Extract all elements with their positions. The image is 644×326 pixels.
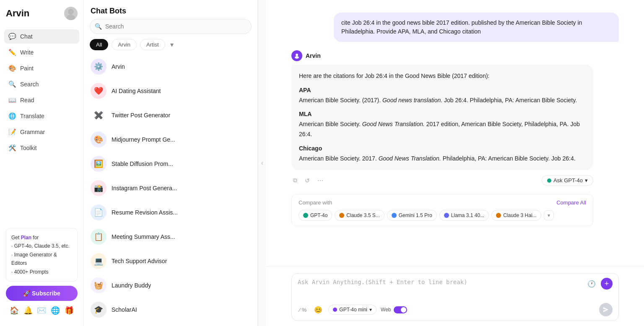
response-intro: Here are the citations for Job 26:4 in t…	[299, 71, 586, 81]
list-item[interactable]: 🖼️ Stable Diffusion Prom...	[87, 152, 254, 176]
model-chip[interactable]: GPT-4o	[299, 210, 332, 221]
search-input[interactable]	[90, 19, 252, 34]
grammar-icon: 📝	[8, 128, 16, 136]
notification-icon[interactable]: 🔔	[23, 306, 33, 315]
bot-avatar: 📋	[91, 229, 106, 245]
filter-artist[interactable]: Artist	[140, 39, 165, 50]
add-icon-button[interactable]: +	[601, 278, 613, 290]
app-header: Arvin	[4, 7, 79, 20]
mla-section: MLA American Bible Society. Good News Tr…	[299, 109, 586, 139]
send-button[interactable]	[599, 303, 613, 316]
sidebar-item-read[interactable]: 📖 Read	[4, 93, 79, 107]
filter-more-button[interactable]: ▾	[169, 41, 175, 49]
user-message: cite Job 26:4 in the good news bible 201…	[334, 13, 619, 42]
more-button[interactable]: ⋯	[316, 176, 325, 185]
upgrade-text: Get Plan for	[11, 233, 72, 242]
bot-list: ⚙️ Arvin ❤️ AI Dating Assistant ✖️ Twitt…	[84, 54, 257, 326]
svg-point-1	[67, 15, 75, 20]
chat-input[interactable]	[298, 278, 582, 299]
sidebar-item-read-label: Read	[20, 97, 34, 103]
list-item[interactable]: ✖️ Twitter Post Generator	[87, 103, 254, 127]
assistant-name: Arvin	[306, 52, 321, 59]
compare-all-link[interactable]: Compare All	[556, 199, 586, 206]
list-item[interactable]: 🎨 Midjourney Prompt Ge...	[87, 127, 254, 152]
input-bottom-bar: ⁄ % 😊 GPT-4o mini ▾ Web	[298, 303, 613, 316]
chrome-icon[interactable]: 🌐	[51, 306, 60, 315]
chicago-section: Chicago American Bible Society. 2017. Go…	[299, 144, 586, 164]
bot-avatar: ✖️	[91, 107, 106, 123]
list-item[interactable]: 📸 Instagram Post Genera...	[87, 176, 254, 200]
compare-models: GPT-4oClaude 3.5 S...Gemini 1.5 ProLlama…	[299, 210, 586, 221]
compare-collapse-button[interactable]: ▾	[544, 210, 554, 220]
refresh-button[interactable]: ↺	[303, 176, 312, 185]
sidebar-item-grammar[interactable]: 📝 Grammar	[4, 125, 79, 139]
search-box: 🔍	[90, 19, 252, 34]
apa-section: APA American Bible Society. (2017). Good…	[299, 85, 586, 106]
app-title: Arvin	[6, 8, 29, 19]
upgrade-line2: · Image Generator & Editors	[11, 251, 72, 268]
bot-avatar: 📄	[91, 204, 106, 220]
avatar[interactable]	[64, 7, 78, 20]
svg-point-3	[295, 56, 299, 59]
main-chat: cite Job 26:4 in the good news bible 201…	[266, 0, 644, 326]
upgrade-line3: · 4000+ Prompts	[11, 268, 72, 276]
emoji-icon-button[interactable]: 😊	[312, 304, 324, 316]
collapse-handle[interactable]: ‹	[258, 0, 266, 326]
model-chip[interactable]: Claude 3 Hai...	[491, 210, 541, 221]
assistant-header: Arvin	[291, 50, 593, 61]
left-sidebar: Arvin 💬 Chat ✏️ Write 🎨 Paint 🔍 Search 📖…	[0, 0, 84, 326]
list-item[interactable]: 📄 Resume Revision Assis...	[87, 200, 254, 225]
upgrade-box: Get Plan for · GPT-4o, Claude 3.5, etc. …	[6, 228, 78, 282]
list-item[interactable]: 🧠 TherapistGPT	[87, 322, 254, 326]
model-chip[interactable]: Gemini 1.5 Pro	[387, 210, 437, 221]
gift-icon[interactable]: 🎁	[65, 306, 74, 315]
sidebar-item-chat[interactable]: 💬 Chat	[4, 29, 79, 44]
sidebar-item-search[interactable]: 🔍 Search	[4, 77, 79, 91]
sidebar-item-translate[interactable]: 🌐 Translate	[4, 109, 79, 123]
filter-all[interactable]: All	[90, 39, 108, 50]
slash-icon-button[interactable]: ⁄ %	[298, 305, 308, 315]
bot-avatar: 🧺	[91, 277, 106, 293]
copy-button[interactable]: ⧉	[291, 176, 299, 185]
bot-name: Arvin	[112, 63, 125, 70]
history-icon-button[interactable]: 🕐	[586, 278, 597, 290]
middle-panel-title: Chat Bots	[84, 0, 257, 19]
search-icon: 🔍	[95, 23, 102, 30]
mail-icon[interactable]: ✉️	[37, 306, 46, 315]
list-item[interactable]: ❤️ AI Dating Assistant	[87, 79, 254, 103]
ask-gpt-button[interactable]: Ask GPT-4o ▾	[542, 175, 593, 186]
bot-name: ScholarAI	[112, 306, 137, 313]
sidebar-item-toolkit-label: Toolkit	[20, 145, 37, 151]
bot-name: Stable Diffusion Prom...	[112, 160, 173, 167]
bot-avatar: ❤️	[91, 83, 106, 99]
sidebar-item-paint[interactable]: 🎨 Paint	[4, 61, 79, 75]
sidebar-item-write[interactable]: ✏️ Write	[4, 45, 79, 60]
bot-name: Instagram Post Genera...	[112, 185, 177, 191]
model-chip[interactable]: Claude 3.5 S...	[335, 210, 384, 221]
compare-header: Compare with Compare All	[299, 199, 586, 206]
list-item[interactable]: 💻 Tech Support Advisor	[87, 249, 254, 273]
model-selector[interactable]: GPT-4o mini ▾	[328, 305, 377, 315]
toggle-track[interactable]	[394, 306, 407, 313]
sidebar-item-grammar-label: Grammar	[20, 129, 45, 135]
toggle-thumb	[401, 307, 406, 313]
sidebar-item-search-label: Search	[20, 81, 39, 88]
list-item[interactable]: 📋 Meeting Summary Ass...	[87, 225, 254, 249]
list-item[interactable]: 🧺 Laundry Buddy	[87, 273, 254, 298]
home-icon[interactable]: 🏠	[10, 306, 19, 315]
bot-name: Tech Support Advisor	[112, 258, 167, 264]
filter-arvin[interactable]: Arvin	[112, 39, 137, 50]
subscribe-button[interactable]: 🚀 Subscribe	[6, 286, 78, 301]
sidebar-item-toolkit[interactable]: 🛠️ Toolkit	[4, 141, 79, 155]
chat-icon: 💬	[8, 33, 16, 40]
bot-avatar: 📸	[91, 180, 106, 196]
bot-name: Laundry Buddy	[112, 282, 151, 289]
model-chip[interactable]: Llama 3.1 40...	[439, 210, 489, 221]
list-item[interactable]: ⚙️ Arvin	[87, 54, 254, 79]
filter-bar: All Arvin Artist ▾	[84, 39, 257, 54]
list-item[interactable]: 🎓 ScholarAI	[87, 298, 254, 322]
bot-name: Meeting Summary Ass...	[112, 233, 175, 240]
read-icon: 📖	[8, 96, 16, 104]
chat-input-area: 🕐 + ⁄ % 😊 GPT-4o mini ▾ Web	[266, 266, 644, 326]
web-toggle[interactable]: Web	[381, 306, 407, 313]
